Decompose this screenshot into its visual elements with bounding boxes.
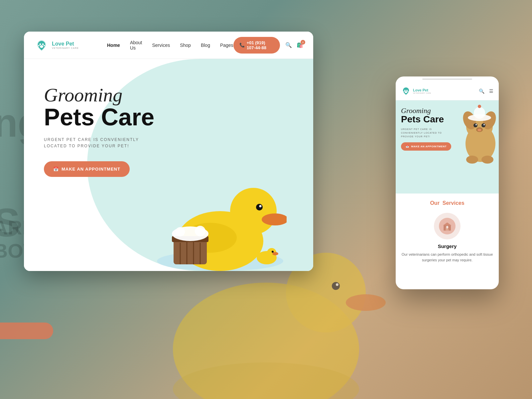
calendar-icon: 📅 bbox=[53, 167, 59, 172]
mobile-grooming-text: Grooming bbox=[401, 107, 454, 114]
svg-point-43 bbox=[473, 123, 477, 127]
desktop-logo[interactable]: Love Pet VETERINARY CARE bbox=[34, 38, 87, 53]
mobile-services-title: Our Services bbox=[401, 200, 493, 206]
mobile-logo-icon bbox=[401, 86, 411, 96]
svg-point-48 bbox=[477, 129, 481, 131]
surgery-icon-circle bbox=[434, 213, 461, 239]
svg-point-33 bbox=[272, 251, 274, 253]
mobile-mockup: Love Pet VETERINARY CARE 🔍 ☰ bbox=[396, 76, 499, 289]
mobile-logo[interactable]: Love Pet VETERINARY CARE bbox=[401, 86, 479, 96]
cart-badge: 0 bbox=[301, 40, 305, 45]
nav-services[interactable]: Services bbox=[152, 43, 170, 48]
svg-marker-55 bbox=[443, 222, 452, 225]
surgery-icon bbox=[439, 218, 456, 234]
mobile-header-icons: 🔍 ☰ bbox=[479, 88, 493, 94]
nav-blog[interactable]: Blog bbox=[201, 43, 210, 48]
hero-title: Pets Care bbox=[44, 105, 154, 130]
svg-point-19 bbox=[259, 205, 262, 207]
mobile-logo-text-wrap: Love Pet VETERINARY CARE bbox=[413, 88, 431, 94]
svg-point-38 bbox=[405, 91, 407, 93]
mobile-dog-image bbox=[456, 100, 499, 167]
svg-point-2 bbox=[346, 294, 386, 311]
surgery-service-desc: Our veterinarians can perform orthopedic… bbox=[401, 252, 493, 263]
cart-button[interactable]: 🛍️ 0 bbox=[297, 42, 303, 48]
svg-point-36 bbox=[404, 91, 405, 92]
logo-sub: VETERINARY CARE bbox=[52, 47, 79, 49]
hero-duck bbox=[154, 138, 287, 271]
mobile-hero: Grooming Pets Care URGENT PET CARE IS CO… bbox=[396, 100, 499, 194]
desktop-nav: Home About Us Services Shop Blog Pages bbox=[107, 40, 233, 51]
mobile-calendar-icon: 📅 bbox=[406, 145, 409, 148]
nav-home[interactable]: Home bbox=[107, 43, 120, 48]
appointment-button[interactable]: 📅 MAKE AN APPOINTMENT bbox=[44, 161, 130, 177]
svg-point-51 bbox=[478, 105, 481, 108]
logo-icon bbox=[34, 38, 49, 53]
mobile-header: Love Pet VETERINARY CARE 🔍 ☰ bbox=[396, 82, 499, 100]
mobile-appointment-btn[interactable]: 📅 MAKE AN APPOINTMENT bbox=[401, 142, 451, 151]
mobile-hero-content: Grooming Pets Care URGENT PET CARE IS CO… bbox=[401, 107, 454, 151]
phone-cta-button[interactable]: 📞 +01 (919) 107-44-88 bbox=[233, 37, 280, 54]
svg-point-53 bbox=[481, 156, 493, 164]
svg-point-37 bbox=[407, 91, 408, 92]
nav-shop[interactable]: Shop bbox=[180, 43, 191, 48]
phone-number: +01 (919) 107-44-88 bbox=[247, 40, 274, 50]
svg-point-46 bbox=[483, 124, 485, 125]
svg-point-32 bbox=[272, 252, 278, 255]
nav-icons: 🔍 🛍️ 0 bbox=[285, 42, 303, 48]
hero-subtitle: URGENT PET CARE IS CONVENIENTLY LOCATED … bbox=[44, 137, 154, 149]
surgery-service-name: Surgery bbox=[401, 243, 493, 249]
svg-point-7 bbox=[42, 43, 44, 45]
svg-point-8 bbox=[38, 45, 40, 46]
desktop-header: Love Pet VETERINARY CARE Home About Us S… bbox=[24, 32, 313, 59]
mobile-search-icon[interactable]: 🔍 bbox=[479, 88, 484, 94]
nav-about[interactable]: About Us bbox=[130, 40, 142, 51]
nav-pages[interactable]: Pages bbox=[220, 43, 233, 48]
mobile-hero-title: Pets Care bbox=[401, 114, 454, 125]
svg-rect-50 bbox=[474, 107, 485, 119]
mobile-hero-subtitle: URGENT PET CARE IS CONVENIENTLY LOCATED … bbox=[401, 127, 454, 139]
svg-point-10 bbox=[40, 45, 43, 48]
svg-point-3 bbox=[332, 282, 340, 290]
svg-rect-58 bbox=[446, 226, 449, 227]
desktop-mockup: Love Pet VETERINARY CARE Home About Us S… bbox=[24, 32, 313, 271]
svg-point-44 bbox=[481, 123, 485, 127]
svg-point-29 bbox=[195, 226, 205, 236]
bg-orange-button bbox=[0, 323, 53, 339]
svg-point-52 bbox=[466, 156, 478, 164]
mobile-services: Our Services Surgery Our veterina bbox=[396, 194, 499, 269]
svg-point-4 bbox=[336, 283, 338, 286]
mobile-menu-icon[interactable]: ☰ bbox=[489, 88, 493, 94]
mobile-logo-name: Love Pet bbox=[413, 88, 431, 92]
svg-point-18 bbox=[256, 204, 263, 210]
search-button[interactable]: 🔍 bbox=[285, 42, 292, 48]
phone-icon: 📞 bbox=[239, 43, 245, 48]
phone-top-bar bbox=[422, 78, 472, 80]
hero-content: Grooming Pets Care URGENT PET CARE IS CO… bbox=[44, 85, 154, 177]
svg-point-45 bbox=[475, 124, 477, 125]
desktop-hero: Grooming Pets Care URGENT PET CARE IS CO… bbox=[24, 59, 313, 271]
svg-point-6 bbox=[40, 43, 41, 45]
hero-grooming-text: Grooming bbox=[44, 85, 154, 105]
logo-name: Love Pet bbox=[52, 41, 79, 47]
svg-point-28 bbox=[176, 227, 185, 236]
mobile-logo-sub: VETERINARY CARE bbox=[413, 92, 431, 94]
svg-point-35 bbox=[406, 90, 408, 91]
logo-text-wrap: Love Pet VETERINARY CARE bbox=[52, 41, 79, 49]
svg-point-34 bbox=[404, 90, 406, 91]
svg-point-16 bbox=[230, 188, 277, 234]
svg-point-59 bbox=[448, 228, 449, 229]
svg-point-9 bbox=[44, 45, 45, 46]
